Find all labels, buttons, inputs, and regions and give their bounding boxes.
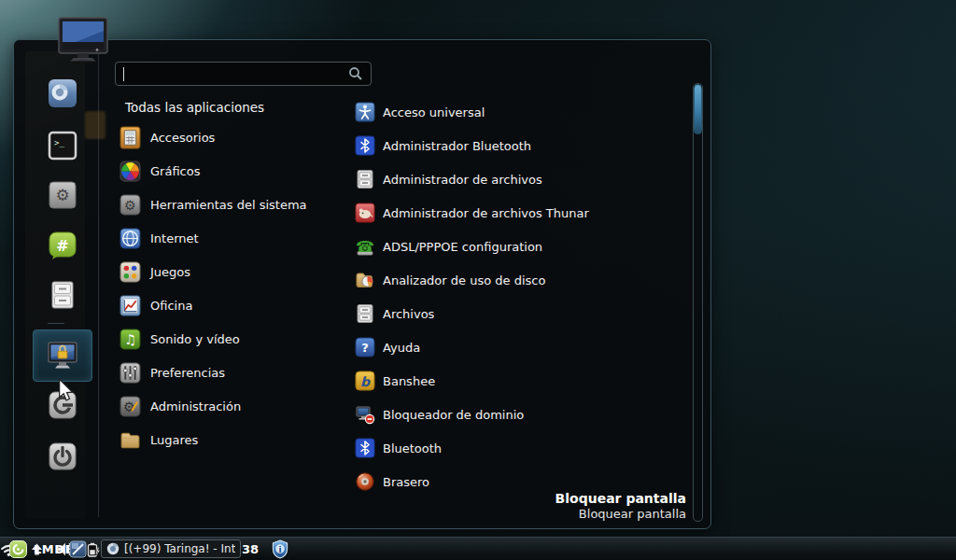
category-label: Lugares (150, 433, 198, 447)
svg-text:☎: ☎ (356, 238, 374, 256)
app-label: Bluetooth (383, 441, 442, 455)
sidebar-item-file-manager[interactable] (36, 271, 89, 319)
mint-logo-icon (9, 540, 27, 558)
app-administrador-de-archivos-thunar[interactable]: Administrador de archivos Thunar (355, 196, 682, 230)
category-juegos[interactable]: Juegos (119, 255, 357, 288)
svg-text:#: # (56, 237, 68, 255)
category-label: Gráficos (150, 164, 200, 178)
scrollbar-thumb[interactable] (694, 84, 702, 134)
selected-item-description: Bloquear pantalla (555, 507, 686, 521)
sidebar-item-web-browser[interactable] (36, 69, 89, 118)
svg-text:⚙: ⚙ (55, 186, 69, 204)
phone-icon: ☎ (355, 236, 375, 257)
brasero-icon (355, 471, 375, 492)
taskbar: LMDE [(+99) Taringa! - Int... 58% (0, 537, 956, 560)
shutdown-icon (48, 441, 77, 471)
category-herramientas-del-sistema[interactable]: ⚙ Herramientas del sistema (119, 188, 357, 221)
chromium-icon (106, 542, 120, 555)
category-internet[interactable]: Internet (119, 221, 357, 255)
categories-header[interactable]: Todas las aplicaciones (125, 100, 264, 115)
lock-screen-icon (45, 338, 80, 373)
places-icon (119, 428, 142, 452)
category-label: Preferencias (150, 366, 225, 380)
selected-item-info: Bloquear pantalla Bloquear pantalla (555, 491, 686, 521)
domain-blocker-icon (355, 404, 375, 425)
graphics-icon (119, 160, 142, 183)
category-graficos[interactable]: Gráficos (119, 154, 357, 188)
app-acceso-universal[interactable]: Acceso universal (355, 95, 682, 129)
app-label: Administrador de archivos (383, 173, 542, 187)
sidebar-divider (48, 323, 64, 324)
menu-button[interactable]: LMDE (6, 539, 77, 560)
search-input[interactable] (124, 67, 348, 81)
svg-text:⚙: ⚙ (124, 197, 136, 213)
category-lugares[interactable]: Lugares (119, 423, 357, 456)
category-label: Accesorios (150, 131, 215, 145)
mouse-cursor (58, 378, 74, 402)
category-label: Oficina (150, 299, 192, 313)
category-label: Herramientas del sistema (150, 198, 307, 212)
bluetooth-icon (355, 438, 375, 458)
app-label: ADSL/PPPOE configuration (383, 240, 542, 254)
system-tools-icon: ⚙ (48, 180, 77, 210)
svg-text:b: b (360, 374, 371, 389)
help-icon: ? (355, 337, 375, 357)
web-browser-icon (48, 78, 77, 108)
app-banshee[interactable]: b Banshee (355, 364, 682, 398)
sidebar-item-system-tools[interactable]: ⚙ (36, 171, 89, 219)
thunar-icon (355, 203, 375, 223)
sidebar-item-lock-screen[interactable] (33, 329, 92, 382)
sidebar-item-irc-chat[interactable]: # (36, 221, 89, 270)
category-label: Juegos (150, 265, 190, 279)
app-bluetooth[interactable]: Bluetooth (355, 431, 682, 465)
category-preferencias[interactable]: Preferencias (119, 356, 357, 389)
games-icon (119, 260, 142, 284)
accessibility-icon (355, 102, 375, 122)
app-ayuda[interactable]: ? Ayuda (355, 330, 682, 364)
window-button-label: [(+99) Taringa! - Int... (124, 542, 235, 555)
file-manager-icon (355, 169, 375, 189)
menu-button-label: LMDE (34, 542, 74, 556)
app-label: Analizador de uso de disco (383, 273, 545, 287)
app-label: Archivos (383, 307, 434, 321)
update-shield-icon[interactable]: i (271, 539, 289, 559)
internet-icon (119, 227, 142, 250)
search-box[interactable] (115, 62, 372, 86)
app-analizador-de-uso-de-disco[interactable]: Analizador de uso de disco (355, 263, 682, 297)
sound-video-icon: ♫ (119, 328, 142, 351)
sidebar-item-terminal[interactable]: >_ (36, 121, 89, 170)
svg-text:?: ? (361, 341, 369, 355)
category-accesorios[interactable]: Accesorios (119, 120, 357, 154)
app-archivos[interactable]: Archivos (355, 297, 682, 330)
svg-text:i: i (279, 545, 282, 554)
app-adsl-pppoe-configuration[interactable]: ☎ ADSL/PPPOE configuration (355, 230, 682, 263)
disk-usage-icon (355, 270, 375, 290)
app-label: Administrador de archivos Thunar (383, 206, 589, 220)
desktop: >_ ⚙ # (0, 0, 956, 560)
app-label: Ayuda (383, 341, 420, 355)
svg-text:>_: >_ (54, 138, 64, 147)
category-label: Sonido y vídeo (150, 332, 240, 346)
office-icon (119, 294, 142, 317)
category-sonido-y-video[interactable]: ♫ Sonido y vídeo (119, 322, 357, 356)
scrollbar-track[interactable] (693, 83, 703, 522)
category-administracion[interactable]: ⚙ Administración (119, 389, 357, 423)
sidebar-item-shutdown[interactable] (36, 432, 89, 481)
category-oficina[interactable]: Oficina (119, 288, 357, 322)
computer-desktop-icon[interactable] (53, 16, 113, 64)
file-cabinet-icon (48, 280, 77, 310)
system-tools-icon: ⚙ (119, 193, 142, 217)
show-desktop-button[interactable] (69, 540, 87, 558)
app-bloqueador-de-dominio[interactable]: Bloqueador de dominio (355, 398, 682, 431)
app-label: Banshee (383, 374, 435, 388)
category-label: Administración (150, 399, 241, 413)
app-label: Brasero (383, 475, 429, 489)
irc-chat-icon: # (48, 231, 77, 260)
preferences-icon (119, 361, 142, 385)
app-administrador-de-archivos[interactable]: Administrador de archivos (355, 162, 682, 196)
app-administrador-bluetooth[interactable]: Administrador Bluetooth (355, 129, 682, 162)
administration-icon: ⚙ (119, 395, 142, 418)
bluetooth-icon (355, 135, 375, 156)
window-button-taringa[interactable]: [(+99) Taringa! - Int... (101, 539, 241, 558)
app-label: Acceso universal (383, 105, 485, 119)
